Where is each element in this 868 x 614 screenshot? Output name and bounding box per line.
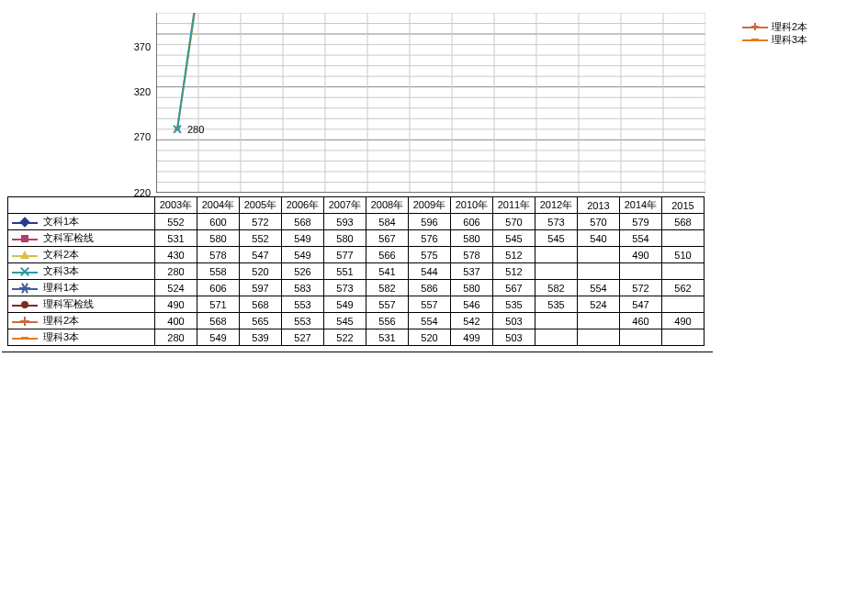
data-cell: 522 (324, 329, 366, 346)
data-cell: 526 (282, 263, 324, 280)
data-cell: 531 (366, 329, 409, 346)
data-cell: 539 (240, 329, 282, 346)
table-header-row: 2003年 2004年 2005年 2006年 2007年 2008年 2009… (8, 197, 705, 214)
data-cell: 580 (451, 230, 493, 247)
col-header: 2003年 (155, 197, 197, 214)
data-cell: 553 (282, 313, 324, 329)
data-cell: 575 (409, 247, 451, 263)
series-name: 理科军检线 (43, 297, 94, 311)
series-name: 文科军检线 (43, 231, 94, 245)
data-cell: 535 (535, 296, 578, 313)
data-cell: 520 (409, 329, 451, 346)
data-cell: 558 (197, 263, 240, 280)
data-cell (535, 263, 578, 280)
data-cell: 566 (366, 247, 409, 263)
series-row-header: 理科1本 (8, 280, 155, 296)
data-cell (662, 329, 705, 346)
data-cell: 551 (324, 263, 366, 280)
series-marker-icon (12, 233, 38, 244)
data-cell: 580 (324, 230, 366, 247)
col-header: 2014年 (620, 197, 662, 214)
data-cell (620, 329, 662, 346)
data-cell: 510 (662, 247, 705, 263)
data-cell: 280 (155, 329, 197, 346)
data-cell: 430 (155, 247, 197, 263)
series-name: 理科3本 (43, 330, 79, 344)
legend-swatch (742, 35, 768, 44)
data-cell: 556 (366, 313, 409, 329)
series-marker-icon (12, 266, 38, 277)
series-name: 文科2本 (43, 248, 79, 262)
data-cell: 524 (155, 280, 197, 296)
chart-data-table: 2003年 2004年 2005年 2006年 2007年 2008年 2009… (7, 196, 705, 346)
legend-swatch (742, 22, 768, 31)
data-cell: 503 (493, 313, 535, 329)
series-marker-icon (12, 250, 38, 261)
data-cell: 549 (282, 247, 324, 263)
data-cell (662, 263, 705, 280)
data-cell: 562 (662, 280, 705, 296)
data-cell (535, 329, 578, 346)
data-cell: 553 (282, 296, 324, 313)
data-cell: 606 (197, 280, 240, 296)
data-cell: 552 (240, 230, 282, 247)
data-cell: 557 (366, 296, 409, 313)
table-row: 文科军检线53158055254958056757658054554554055… (8, 230, 705, 247)
data-cell: 490 (155, 296, 197, 313)
data-cell: 571 (197, 296, 240, 313)
data-cell: 584 (366, 214, 409, 230)
data-cell: 531 (155, 230, 197, 247)
data-cell: 547 (240, 247, 282, 263)
bottom-border (2, 352, 713, 352)
data-cell: 503 (493, 329, 535, 346)
col-header: 2008年 (366, 197, 409, 214)
data-cell: 570 (578, 214, 620, 230)
y-axis: 220 270 320 370 (129, 13, 154, 193)
col-header: 2009年 (409, 197, 451, 214)
data-cell: 579 (620, 214, 662, 230)
series-row-header: 文科2本 (8, 247, 155, 263)
data-cell: 527 (282, 329, 324, 346)
data-cell: 583 (282, 280, 324, 296)
data-cell (578, 263, 620, 280)
data-cell: 606 (451, 214, 493, 230)
data-cell: 460 (620, 313, 662, 329)
table-row: 理科1本524606597583573582586580567582554572… (8, 280, 705, 296)
data-cell: 593 (324, 214, 366, 230)
data-cell: 554 (578, 280, 620, 296)
series-marker-icon (12, 332, 38, 343)
data-cell: 490 (662, 313, 705, 329)
series-marker-icon (12, 217, 38, 228)
data-cell: 578 (451, 247, 493, 263)
chart-svg: 280 (156, 13, 705, 193)
data-cell: 554 (620, 230, 662, 247)
data-cell: 567 (366, 230, 409, 247)
series-row-header: 文科军检线 (8, 230, 155, 247)
data-cell: 540 (578, 230, 620, 247)
table-row: 理科3本280549539527522531520499503 (8, 329, 705, 346)
data-cell: 549 (282, 230, 324, 247)
legend-item-like2ben: 理科2本 (742, 20, 807, 33)
table-corner-cell (8, 197, 155, 214)
col-header: 2005年 (240, 197, 282, 214)
data-cell: 580 (451, 280, 493, 296)
plus-icon (751, 23, 759, 30)
data-cell: 577 (324, 247, 366, 263)
data-cell: 568 (197, 313, 240, 329)
data-cell (535, 247, 578, 263)
data-cell: 547 (620, 296, 662, 313)
data-cell: 578 (197, 247, 240, 263)
y-tick: 320 (134, 86, 151, 97)
data-cell: 554 (409, 313, 451, 329)
data-cell: 537 (451, 263, 493, 280)
series-row-header: 文科1本 (8, 214, 155, 230)
col-header: 2010年 (451, 197, 493, 214)
table-row: 理科2本400568565553545556554542503460490 (8, 313, 705, 329)
data-cell: 572 (620, 280, 662, 296)
data-cell (535, 313, 578, 329)
data-cell: 520 (240, 263, 282, 280)
data-cell: 568 (240, 296, 282, 313)
series-name: 文科3本 (43, 264, 79, 278)
table-row: 文科2本430578547549577566575578512490510 (8, 247, 705, 263)
data-cell (578, 247, 620, 263)
